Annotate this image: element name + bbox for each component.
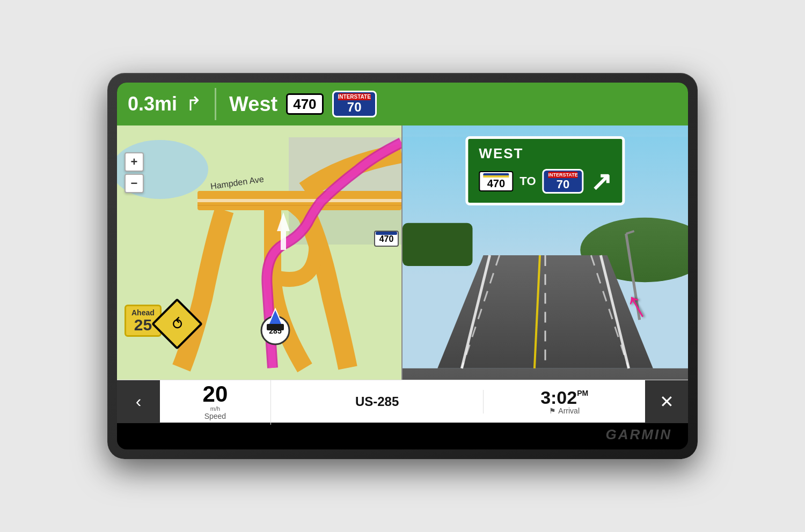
navigation-screen: 0.3mi ↱ West 470 INTERSTATE 70 [117, 83, 688, 423]
map-view[interactable]: Hampden Ave 470 285 [117, 125, 402, 380]
turn-arrow-icon: ↱ [186, 93, 202, 115]
speed-label: Speed [204, 412, 226, 420]
distance-value: 0.3mi [128, 93, 177, 115]
speed-number: 20 [203, 383, 228, 405]
distance-info: 0.3mi [128, 93, 177, 115]
back-button[interactable]: ‹ [117, 380, 160, 423]
close-button[interactable]: ✕ [645, 380, 688, 423]
back-icon: ‹ [136, 391, 142, 411]
arrival-ampm: PM [577, 389, 588, 397]
speed-display: 20 m/h Speed [160, 379, 271, 425]
svg-rect-15 [267, 324, 284, 330]
current-road-name: US-285 [355, 394, 399, 409]
sign-interstate-number: 70 [557, 178, 569, 191]
route-470-badge: 470 [286, 93, 323, 115]
arrival-display: 3:02 PM ⚑ Arrival [484, 384, 645, 419]
co-flag-graphic [483, 173, 509, 178]
sign-co-470-badge: 470 [479, 171, 513, 191]
ahead-number: 25 [131, 317, 155, 333]
speed-value-group: 20 m/h [203, 383, 228, 412]
highway-sign-overlay: WEST 470 TO INTERSTATE 70 ↗ [465, 136, 625, 205]
svg-text:470: 470 [379, 234, 394, 243]
speed-unit: m/h [210, 405, 220, 412]
road-name-display: US-285 [271, 390, 484, 413]
sign-direction: WEST [479, 145, 611, 162]
camera-view: WEST 470 TO INTERSTATE 70 ↗ [402, 125, 688, 380]
winding-road-icon: ⥀ [172, 315, 182, 333]
sign-routes-row: 470 TO INTERSTATE 70 ↗ [479, 166, 611, 196]
svg-rect-18 [402, 223, 472, 266]
zoom-in-button[interactable]: + [125, 152, 144, 172]
bottom-bar: ‹ 20 m/h Speed US-285 3:02 PM [117, 380, 688, 423]
device-screen: 0.3mi ↱ West 470 INTERSTATE 70 [117, 83, 688, 449]
svg-rect-6 [197, 205, 401, 206]
close-icon: ✕ [660, 391, 674, 412]
sign-to-label: TO [519, 174, 536, 188]
nav-header-bar: 0.3mi ↱ West 470 INTERSTATE 70 [117, 83, 688, 125]
zoom-out-button[interactable]: − [125, 174, 144, 193]
co-route-number: 470 [485, 178, 507, 189]
garmin-device: 0.3mi ↱ West 470 INTERSTATE 70 [107, 73, 698, 459]
arrival-time-text: 3:02 [540, 388, 577, 407]
direction-label: West [229, 93, 277, 116]
sign-direction-arrow: ↗ [590, 166, 612, 196]
sign-interstate-70-badge: INTERSTATE 70 [542, 169, 583, 194]
svg-rect-5 [197, 199, 401, 202]
arrival-time-value: 3:02 PM [540, 388, 588, 407]
map-svg-overlay: Hampden Ave 470 285 [117, 125, 401, 380]
arrival-label-text: Arrival [558, 407, 580, 415]
interstate-number: 70 [347, 100, 362, 114]
svg-rect-11 [376, 232, 397, 235]
header-divider [215, 88, 216, 120]
arrival-label: ⚑ Arrival [549, 407, 580, 415]
main-display: Hampden Ave 470 285 [117, 125, 688, 380]
arrival-flag-icon: ⚑ [549, 407, 556, 415]
garmin-logo: GARMIN [606, 426, 672, 443]
interstate-70-badge: INTERSTATE 70 [332, 91, 377, 117]
